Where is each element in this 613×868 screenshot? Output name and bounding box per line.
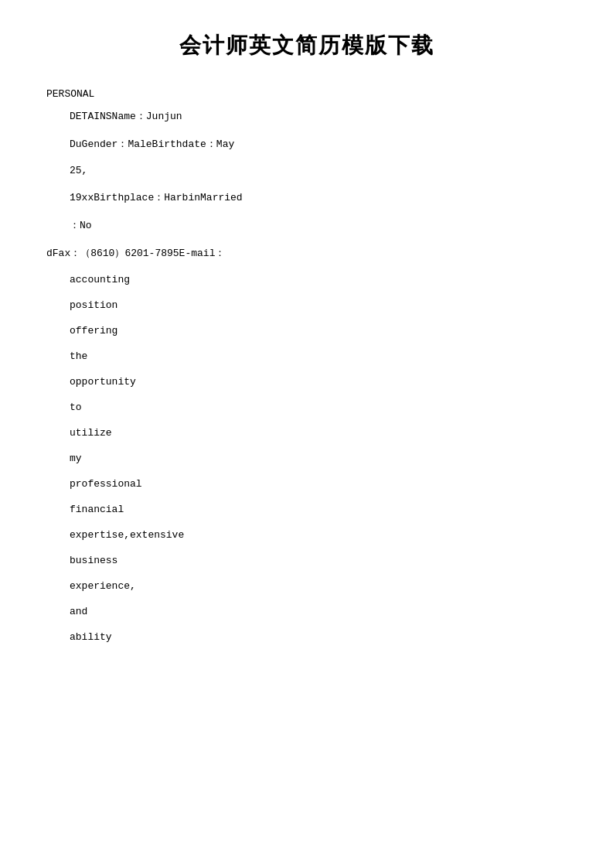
list-item: accounting [70, 274, 567, 285]
page-title: 会计师英文简历模版下载 [46, 31, 567, 60]
content-block: accountingpositionofferingtheopportunity… [70, 274, 567, 643]
list-item: professional [70, 478, 567, 490]
list-item: my [70, 453, 567, 464]
dugender-line: DuGender：MaleBirthdate：May [70, 137, 567, 151]
list-item: and [70, 606, 567, 617]
list-item: to [70, 402, 567, 413]
list-item: offering [70, 325, 567, 337]
fax-line: dFax：（8610）6201-7895E-mail： [46, 246, 567, 260]
list-item: expertise,extensive [70, 529, 567, 541]
list-item: financial [70, 504, 567, 515]
list-item: business [70, 555, 567, 566]
detains-line: DETAINSName：Junjun [70, 109, 567, 123]
list-item: experience, [70, 580, 567, 592]
page-container: 会计师英文简历模版下载 PERSONAL DETAINSName：Junjun … [0, 0, 613, 868]
list-item: the [70, 350, 567, 362]
list-item: utilize [70, 427, 567, 439]
list-item: ability [70, 631, 567, 643]
line-no: ：No [70, 218, 567, 232]
line-19xx: 19xxBirthplace：HarbinMarried [70, 190, 567, 204]
personal-label: PERSONAL [46, 88, 567, 100]
line-25: 25, [70, 165, 567, 176]
list-item: opportunity [70, 376, 567, 388]
list-item: position [70, 299, 567, 311]
